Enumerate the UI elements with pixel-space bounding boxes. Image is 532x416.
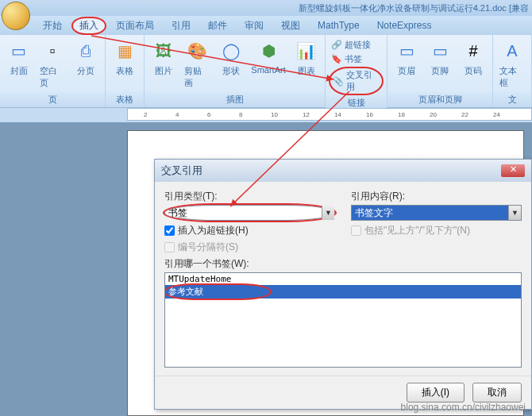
label-which: 引用哪一个书签(W): <box>164 257 522 271</box>
btn-break[interactable]: ⎙分页 <box>70 37 102 79</box>
list-item[interactable]: MTUpdateHome <box>165 273 521 285</box>
group-label-hf: 页眉和页脚 <box>387 92 492 107</box>
group-label-pages: 页 <box>0 92 105 107</box>
ribbon-tabs: 开始 插入 页面布局 引用 邮件 审阅 视图 MathType NoteExpr… <box>0 16 532 35</box>
list-bookmarks[interactable]: MTUpdateHome 参考文献 <box>164 272 522 368</box>
btn-bookmark[interactable]: 🔖书签 <box>329 52 384 66</box>
group-pages: ▭封面 ▫空白页 ⎙分页 页 <box>0 35 106 107</box>
btn-chart[interactable]: 📊图表 <box>291 37 322 79</box>
group-illust: 🖼图片 🎨剪贴画 ◯形状 ⬢SmartArt 📊图表 插图 <box>145 35 326 107</box>
ribbon: ▭封面 ▫空白页 ⎙分页 页 ▦表格 表格 🖼图片 🎨剪贴画 ◯形状 ⬢Smar… <box>0 35 532 108</box>
btn-crossref[interactable]: 📎交叉引用 <box>329 67 384 95</box>
btn-cover[interactable]: ▭封面 <box>3 37 35 79</box>
office-button[interactable] <box>2 2 30 30</box>
chk-separator: 编号分隔符(S) <box>164 241 238 254</box>
dialog-title: 交叉引用 <box>161 164 202 178</box>
btn-cancel[interactable]: 取消 <box>472 383 522 403</box>
tab-layout[interactable]: 页面布局 <box>108 17 162 35</box>
bookmark-icon: 🔖 <box>331 54 342 64</box>
dialog-title-bar[interactable]: 交叉引用 ✕ <box>155 160 531 182</box>
btn-footer[interactable]: ▭页脚 <box>424 37 456 79</box>
btn-shapes[interactable]: ◯形状 <box>215 37 247 79</box>
ruler-area: 246 81012 141618 202224 <box>0 108 532 122</box>
chevron-down-icon: ▼ <box>508 206 521 220</box>
group-text: A文本框 文 <box>493 35 532 107</box>
group-headerfooter: ▭页眉 ▭页脚 #页码 页眉和页脚 <box>387 35 493 107</box>
btn-picture[interactable]: 🖼图片 <box>148 37 179 79</box>
tab-noteexpress[interactable]: NoteExpress <box>369 17 440 33</box>
list-item[interactable]: 参考文献 <box>165 285 521 299</box>
btn-clipart[interactable]: 🎨剪贴画 <box>181 37 214 91</box>
tab-home[interactable]: 开始 <box>35 17 70 35</box>
crossref-dialog: 交叉引用 ✕ 引用类型(T): 书签 ▼ 引用内容(R): 书签文字 ▼ 插入为 <box>154 159 532 410</box>
tab-mathtype[interactable]: MathType <box>310 17 368 33</box>
link-icon: 🔗 <box>331 40 342 50</box>
combo-refcontent[interactable]: 书签文字 ▼ <box>351 205 522 221</box>
btn-textbox[interactable]: A文本框 <box>496 37 528 91</box>
tab-references[interactable]: 引用 <box>164 17 199 35</box>
btn-table[interactable]: ▦表格 <box>109 37 141 79</box>
watermark: blog.sina.com.cn/civilzhaowei <box>401 402 526 413</box>
tab-view[interactable]: 视图 <box>273 17 308 35</box>
btn-insert[interactable]: 插入(I) <box>407 383 465 403</box>
btn-hyperlink[interactable]: 🔗超链接 <box>329 38 384 52</box>
chk-above-below: 包括"见上方"/"见下方"(N) <box>351 224 522 237</box>
chk-hyperlink[interactable]: 插入为超链接(H) <box>164 224 335 237</box>
group-tables: ▦表格 表格 <box>106 35 145 107</box>
tab-insert[interactable]: 插入 <box>71 17 106 35</box>
group-label-tables: 表格 <box>106 92 144 107</box>
tab-mail[interactable]: 邮件 <box>200 17 235 35</box>
group-label-illust: 插图 <box>145 92 325 107</box>
combo-reftype[interactable]: 书签 ▼ <box>164 205 335 221</box>
label-refcontent: 引用内容(R): <box>351 190 522 203</box>
btn-pagenum[interactable]: #页码 <box>457 37 489 79</box>
chevron-down-icon: ▼ <box>322 206 334 220</box>
group-links: 🔗超链接 🔖书签 📎交叉引用 链接 <box>326 35 387 107</box>
group-label-text: 文 <box>493 92 531 107</box>
tab-review[interactable]: 审阅 <box>237 17 272 35</box>
ruler[interactable]: 246 81012 141618 202224 <box>127 108 532 121</box>
close-icon[interactable]: ✕ <box>501 164 525 177</box>
btn-header[interactable]: ▭页眉 <box>391 37 422 79</box>
btn-blank[interactable]: ▫空白页 <box>37 37 69 91</box>
crossref-icon: 📎 <box>333 76 344 87</box>
label-reftype: 引用类型(T): <box>164 190 335 203</box>
doc-title: 新型螺旋斜板一体化净水设备研制与调试运行4.21.doc [兼容 <box>299 2 529 14</box>
btn-smartart[interactable]: ⬢SmartArt <box>248 37 288 76</box>
title-bar: 新型螺旋斜板一体化净水设备研制与调试运行4.21.doc [兼容 <box>0 0 532 16</box>
